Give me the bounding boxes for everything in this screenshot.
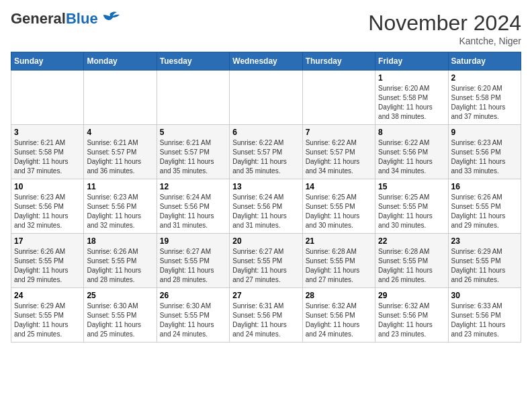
calendar-cell: 11Sunrise: 6:23 AM Sunset: 5:56 PM Dayli… bbox=[84, 179, 157, 234]
logo-blue: Blue bbox=[66, 10, 98, 27]
calendar-cell: 6Sunrise: 6:22 AM Sunset: 5:57 PM Daylig… bbox=[230, 125, 302, 179]
day-info: Sunrise: 6:32 AM Sunset: 5:56 PM Dayligh… bbox=[306, 302, 372, 339]
calendar-week-1: 1Sunrise: 6:20 AM Sunset: 5:58 PM Daylig… bbox=[11, 71, 521, 125]
day-number: 30 bbox=[451, 291, 518, 300]
day-number: 17 bbox=[14, 236, 81, 246]
logo: GeneralBlue bbox=[11, 11, 120, 27]
day-info: Sunrise: 6:23 AM Sunset: 5:56 PM Dayligh… bbox=[451, 138, 518, 176]
calendar-cell: 23Sunrise: 6:29 AM Sunset: 5:55 PM Dayli… bbox=[448, 234, 521, 288]
day-info: Sunrise: 6:26 AM Sunset: 5:55 PM Dayligh… bbox=[451, 193, 518, 230]
calendar-cell: 4Sunrise: 6:21 AM Sunset: 5:57 PM Daylig… bbox=[84, 125, 157, 179]
calendar-table: SundayMondayTuesdayWednesdayThursdayFrid… bbox=[11, 52, 521, 342]
location: Kantche, Niger bbox=[368, 36, 521, 46]
calendar-cell: 22Sunrise: 6:28 AM Sunset: 5:55 PM Dayli… bbox=[375, 234, 448, 288]
calendar-cell: 17Sunrise: 6:26 AM Sunset: 5:55 PM Dayli… bbox=[11, 234, 84, 288]
day-number: 10 bbox=[14, 182, 81, 191]
day-number: 19 bbox=[160, 236, 226, 246]
calendar-cell: 1Sunrise: 6:20 AM Sunset: 5:58 PM Daylig… bbox=[375, 71, 448, 125]
day-number: 12 bbox=[160, 182, 226, 191]
logo-text: GeneralBlue bbox=[11, 11, 98, 26]
day-number: 15 bbox=[378, 182, 445, 191]
calendar-cell bbox=[11, 71, 84, 125]
day-info: Sunrise: 6:24 AM Sunset: 5:56 PM Dayligh… bbox=[160, 193, 226, 230]
calendar-week-2: 3Sunrise: 6:21 AM Sunset: 5:58 PM Daylig… bbox=[11, 125, 521, 179]
day-info: Sunrise: 6:28 AM Sunset: 5:55 PM Dayligh… bbox=[378, 247, 445, 285]
calendar-cell: 10Sunrise: 6:23 AM Sunset: 5:56 PM Dayli… bbox=[11, 179, 84, 234]
day-info: Sunrise: 6:25 AM Sunset: 5:55 PM Dayligh… bbox=[378, 193, 445, 230]
calendar-cell: 3Sunrise: 6:21 AM Sunset: 5:58 PM Daylig… bbox=[11, 125, 84, 179]
day-number: 5 bbox=[160, 128, 226, 137]
day-number: 1 bbox=[378, 73, 445, 83]
calendar-cell: 14Sunrise: 6:25 AM Sunset: 5:55 PM Dayli… bbox=[302, 179, 375, 234]
day-number: 26 bbox=[160, 291, 226, 300]
calendar-cell: 13Sunrise: 6:24 AM Sunset: 5:56 PM Dayli… bbox=[230, 179, 302, 234]
calendar-header: SundayMondayTuesdayWednesdayThursdayFrid… bbox=[11, 52, 521, 71]
calendar-cell: 20Sunrise: 6:27 AM Sunset: 5:55 PM Dayli… bbox=[230, 234, 302, 288]
day-info: Sunrise: 6:20 AM Sunset: 5:58 PM Dayligh… bbox=[378, 84, 445, 122]
day-info: Sunrise: 6:29 AM Sunset: 5:55 PM Dayligh… bbox=[14, 302, 81, 339]
day-info: Sunrise: 6:23 AM Sunset: 5:56 PM Dayligh… bbox=[87, 193, 153, 230]
day-header-thursday: Thursday bbox=[302, 52, 375, 71]
calendar-cell bbox=[230, 71, 302, 125]
day-info: Sunrise: 6:23 AM Sunset: 5:56 PM Dayligh… bbox=[14, 193, 81, 230]
calendar-cell: 7Sunrise: 6:22 AM Sunset: 5:57 PM Daylig… bbox=[302, 125, 375, 179]
day-number: 14 bbox=[306, 182, 372, 191]
day-number: 25 bbox=[87, 291, 153, 300]
day-number: 2 bbox=[451, 73, 518, 83]
day-info: Sunrise: 6:28 AM Sunset: 5:55 PM Dayligh… bbox=[306, 247, 372, 285]
day-info: Sunrise: 6:21 AM Sunset: 5:57 PM Dayligh… bbox=[160, 138, 226, 176]
day-header-tuesday: Tuesday bbox=[157, 52, 229, 71]
calendar-cell: 30Sunrise: 6:33 AM Sunset: 5:56 PM Dayli… bbox=[448, 288, 521, 342]
day-number: 18 bbox=[87, 236, 153, 246]
day-number: 21 bbox=[306, 236, 372, 246]
calendar-week-4: 17Sunrise: 6:26 AM Sunset: 5:55 PM Dayli… bbox=[11, 234, 521, 288]
day-number: 8 bbox=[378, 128, 445, 137]
page-header: GeneralBlue November 2024 Kantche, Niger bbox=[11, 11, 521, 46]
day-info: Sunrise: 6:27 AM Sunset: 5:55 PM Dayligh… bbox=[160, 247, 226, 285]
day-number: 27 bbox=[232, 291, 299, 300]
day-number: 20 bbox=[232, 236, 299, 246]
day-info: Sunrise: 6:22 AM Sunset: 5:57 PM Dayligh… bbox=[232, 138, 299, 176]
day-number: 24 bbox=[14, 291, 81, 300]
calendar-cell: 26Sunrise: 6:30 AM Sunset: 5:55 PM Dayli… bbox=[157, 288, 229, 342]
day-number: 9 bbox=[451, 128, 518, 137]
calendar-body: 1Sunrise: 6:20 AM Sunset: 5:58 PM Daylig… bbox=[11, 71, 521, 342]
calendar-cell: 19Sunrise: 6:27 AM Sunset: 5:55 PM Dayli… bbox=[157, 234, 229, 288]
day-info: Sunrise: 6:22 AM Sunset: 5:57 PM Dayligh… bbox=[306, 138, 372, 176]
calendar-cell: 25Sunrise: 6:30 AM Sunset: 5:55 PM Dayli… bbox=[84, 288, 157, 342]
calendar-cell: 8Sunrise: 6:22 AM Sunset: 5:56 PM Daylig… bbox=[375, 125, 448, 179]
day-header-monday: Monday bbox=[84, 52, 157, 71]
day-number: 28 bbox=[306, 291, 372, 300]
calendar-cell: 9Sunrise: 6:23 AM Sunset: 5:56 PM Daylig… bbox=[448, 125, 521, 179]
day-info: Sunrise: 6:26 AM Sunset: 5:55 PM Dayligh… bbox=[87, 247, 153, 285]
day-header-wednesday: Wednesday bbox=[230, 52, 302, 71]
day-number: 11 bbox=[87, 182, 153, 191]
day-header-sunday: Sunday bbox=[11, 52, 84, 71]
calendar-cell: 16Sunrise: 6:26 AM Sunset: 5:55 PM Dayli… bbox=[448, 179, 521, 234]
logo-general: General bbox=[11, 10, 66, 27]
day-info: Sunrise: 6:21 AM Sunset: 5:58 PM Dayligh… bbox=[14, 138, 81, 176]
day-number: 13 bbox=[232, 182, 299, 191]
day-number: 7 bbox=[306, 128, 372, 137]
calendar-cell bbox=[157, 71, 229, 125]
day-info: Sunrise: 6:31 AM Sunset: 5:56 PM Dayligh… bbox=[232, 302, 299, 339]
calendar-week-5: 24Sunrise: 6:29 AM Sunset: 5:55 PM Dayli… bbox=[11, 288, 521, 342]
day-info: Sunrise: 6:22 AM Sunset: 5:56 PM Dayligh… bbox=[378, 138, 445, 176]
day-info: Sunrise: 6:21 AM Sunset: 5:57 PM Dayligh… bbox=[87, 138, 153, 176]
calendar-cell: 24Sunrise: 6:29 AM Sunset: 5:55 PM Dayli… bbox=[11, 288, 84, 342]
calendar-cell: 15Sunrise: 6:25 AM Sunset: 5:55 PM Dayli… bbox=[375, 179, 448, 234]
calendar-cell: 29Sunrise: 6:32 AM Sunset: 5:56 PM Dayli… bbox=[375, 288, 448, 342]
logo-bird-icon bbox=[101, 11, 120, 26]
calendar-cell: 21Sunrise: 6:28 AM Sunset: 5:55 PM Dayli… bbox=[302, 234, 375, 288]
day-info: Sunrise: 6:30 AM Sunset: 5:55 PM Dayligh… bbox=[87, 302, 153, 339]
day-number: 29 bbox=[378, 291, 445, 300]
calendar-cell bbox=[84, 71, 157, 125]
day-info: Sunrise: 6:33 AM Sunset: 5:56 PM Dayligh… bbox=[451, 302, 518, 339]
calendar-cell: 27Sunrise: 6:31 AM Sunset: 5:56 PM Dayli… bbox=[230, 288, 302, 342]
day-info: Sunrise: 6:24 AM Sunset: 5:56 PM Dayligh… bbox=[232, 193, 299, 230]
day-number: 22 bbox=[378, 236, 445, 246]
day-info: Sunrise: 6:27 AM Sunset: 5:55 PM Dayligh… bbox=[232, 247, 299, 285]
day-info: Sunrise: 6:25 AM Sunset: 5:55 PM Dayligh… bbox=[306, 193, 372, 230]
day-header-friday: Friday bbox=[375, 52, 448, 71]
calendar-cell: 2Sunrise: 6:20 AM Sunset: 5:58 PM Daylig… bbox=[448, 71, 521, 125]
